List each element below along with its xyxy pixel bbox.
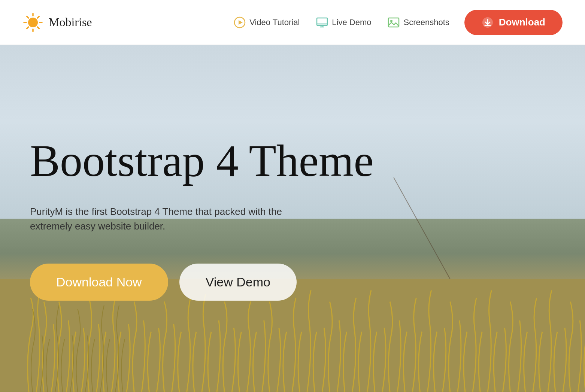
download-now-button[interactable]: Download Now <box>30 264 168 301</box>
svg-point-0 <box>28 18 38 27</box>
image-icon <box>388 16 400 28</box>
download-icon <box>482 16 494 28</box>
download-button-label: Download <box>499 16 545 28</box>
monitor-icon <box>316 16 328 28</box>
svg-line-8 <box>27 27 28 28</box>
svg-rect-15 <box>388 18 399 27</box>
svg-line-7 <box>37 16 39 18</box>
download-button[interactable]: Download <box>464 10 563 35</box>
nav-link-live-demo[interactable]: Live Demo <box>316 16 371 28</box>
logo-group[interactable]: Mobirise <box>22 12 92 33</box>
brand-name: Mobirise <box>49 15 92 29</box>
svg-line-6 <box>37 27 39 28</box>
sun-icon <box>22 12 43 33</box>
nav-link-video-tutorial-label: Video Tutorial <box>249 18 300 27</box>
svg-line-5 <box>27 16 28 18</box>
hero-title: Bootstrap 4 Theme <box>30 136 442 186</box>
hero-section: Bootstrap 4 Theme PurityM is the first B… <box>0 45 585 392</box>
hero-content: Bootstrap 4 Theme PurityM is the first B… <box>0 45 585 392</box>
navbar: Mobirise Video Tutorial Live Demo <box>0 0 585 45</box>
nav-links: Video Tutorial Live Demo Screenshots <box>234 16 449 28</box>
view-demo-button[interactable]: View Demo <box>179 264 297 301</box>
nav-link-video-tutorial[interactable]: Video Tutorial <box>234 16 300 28</box>
nav-link-screenshots-label: Screenshots <box>403 18 449 27</box>
hero-description: PurityM is the first Bootstrap 4 Theme t… <box>30 204 285 234</box>
svg-point-16 <box>390 20 392 22</box>
play-icon <box>234 16 246 28</box>
hero-buttons: Download Now View Demo <box>30 264 555 301</box>
nav-link-screenshots[interactable]: Screenshots <box>388 16 449 28</box>
svg-marker-10 <box>239 20 243 25</box>
nav-link-live-demo-label: Live Demo <box>332 18 371 27</box>
